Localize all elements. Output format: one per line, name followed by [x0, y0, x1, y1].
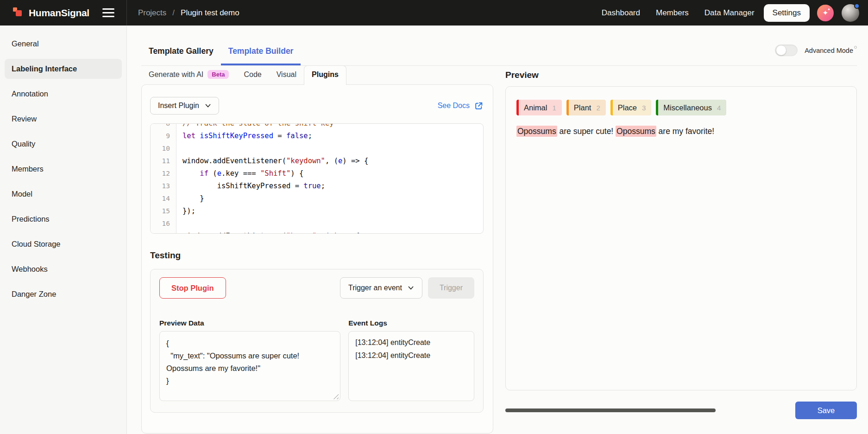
breadcrumb-current-page: Plugin test demo — [181, 8, 239, 18]
line-number: 13 — [151, 180, 176, 192]
chip-hotkey: 3 — [642, 104, 646, 112]
builder-subtabs: Generate with AIBetaCodeVisualPlugins — [141, 66, 493, 84]
subtab-code[interactable]: Code — [236, 66, 269, 84]
sparkle-small-icon: ✦ — [827, 7, 830, 12]
ai-assistant-button[interactable]: ✦✦ — [817, 5, 834, 21]
advanced-mode-wrap: Advanced Mode — [775, 45, 857, 56]
line-number: 11 — [151, 155, 176, 167]
see-docs-link[interactable]: See Docs — [438, 101, 484, 111]
sidebar-item-quality[interactable]: Quality — [5, 134, 122, 154]
toggle-knob — [776, 45, 786, 55]
line-number: 15 — [151, 205, 176, 217]
plugin-editor-card: Insert Plugin See Docs — [141, 84, 493, 434]
tab-template-builder[interactable]: Template Builder — [221, 40, 301, 65]
event-logs-section: Event Logs [13:12:04] entityCreate[13:12… — [348, 319, 474, 401]
preview-data-section: Preview Data { "my_text": "Opossums are … — [159, 319, 340, 401]
testing-heading: Testing — [150, 250, 484, 261]
code-line: 12 if (e.key === "Shift") { — [151, 167, 483, 180]
code-text: if (e.key === "Shift") { — [176, 167, 303, 180]
sidebar-item-labeling-interface[interactable]: Labeling Interface — [5, 59, 122, 79]
line-number: 14 — [151, 192, 176, 205]
user-avatar[interactable] — [842, 4, 859, 22]
sidebar-item-annotation[interactable]: Annotation — [5, 84, 122, 104]
testing-toolbar: Stop Plugin Trigger an event Trigger — [159, 277, 474, 299]
external-link-icon — [474, 101, 484, 111]
code-text: window.addEventListener("keydown", (e) =… — [176, 155, 368, 167]
sidebar-item-review[interactable]: Review — [5, 109, 122, 129]
menu-icon[interactable] — [102, 8, 114, 17]
label-chip-plant[interactable]: Plant2 — [566, 100, 606, 115]
stop-plugin-button[interactable]: Stop Plugin — [159, 277, 226, 299]
chip-label: Place — [618, 103, 637, 112]
sidebar-item-model[interactable]: Model — [5, 184, 122, 204]
brand-name: HumanSignal — [29, 7, 89, 19]
advanced-mode-toggle[interactable] — [775, 45, 798, 56]
testing-panel: Stop Plugin Trigger an event Trigger Pre… — [150, 269, 484, 413]
plain-text: are my favorite! — [656, 127, 714, 136]
sidebar-item-general[interactable]: General — [5, 34, 122, 54]
sidebar-item-predictions[interactable]: Predictions — [5, 209, 122, 229]
line-number: 12 — [151, 167, 176, 180]
code-text: let isShiftKeyPressed = false; — [176, 130, 312, 142]
code-line: 9let isShiftKeyPressed = false; — [151, 130, 483, 142]
topbar-nav-members[interactable]: Members — [649, 4, 695, 22]
subtab-generate-with-ai[interactable]: Generate with AIBeta — [141, 65, 236, 84]
trigger-button[interactable]: Trigger — [428, 277, 474, 299]
code-text: } — [176, 192, 204, 205]
event-logs-box: [13:12:04] entityCreate[13:12:04] entity… — [348, 331, 474, 401]
line-number: 8 — [151, 123, 176, 130]
breadcrumb-projects[interactable]: Projects — [138, 8, 166, 18]
subtab-plugins[interactable]: Plugins — [304, 65, 346, 85]
sidebar-item-webhooks[interactable]: Webhooks — [5, 259, 122, 279]
tab-template-gallery[interactable]: Template Gallery — [141, 40, 221, 65]
label-chip-animal[interactable]: Animal1 — [516, 100, 562, 115]
log-line: [13:12:04] entityCreate — [355, 349, 467, 362]
save-button[interactable]: Save — [795, 402, 857, 419]
horizontal-scrollbar[interactable] — [505, 408, 716, 412]
label-chip-place[interactable]: Place3 — [610, 100, 652, 115]
code-line: 15}); — [151, 205, 483, 217]
advanced-mode-info-dot — [854, 46, 857, 49]
topbar-nav: DashboardMembersData ManagerSettings — [595, 4, 810, 22]
advanced-mode-label: Advanced Mode — [805, 47, 857, 54]
plain-text: are super cute! — [557, 127, 616, 136]
topbar-nav-settings[interactable]: Settings — [764, 4, 810, 22]
topbar-divider — [126, 0, 127, 26]
sidebar-item-members[interactable]: Members — [5, 159, 122, 179]
code-text: }); — [176, 205, 195, 217]
label-chips-row: Animal1Plant2Place3Miscellaneous4 — [516, 100, 846, 115]
line-number: 10 — [151, 142, 176, 155]
sidebar-item-cloud-storage[interactable]: Cloud Storage — [5, 234, 122, 254]
chip-label: Animal — [524, 103, 547, 112]
template-tabs: Template GalleryTemplate Builder — [141, 40, 301, 65]
topbar: HumanSignal Projects / Plugin test demo … — [0, 0, 868, 26]
labeled-text: Opossums are super cute! Opossums are my… — [516, 125, 846, 137]
topbar-nav-data-manager[interactable]: Data Manager — [698, 4, 761, 22]
chip-color-bar — [610, 100, 613, 115]
highlighted-region[interactable]: Opossums — [616, 126, 656, 137]
label-chip-miscellaneous[interactable]: Miscellaneous4 — [656, 100, 726, 115]
insert-plugin-button[interactable]: Insert Plugin — [150, 97, 219, 115]
code-text: isShiftKeyPressed = true; — [176, 180, 325, 192]
chip-label: Miscellaneous — [663, 103, 712, 112]
subtab-label: Visual — [277, 70, 296, 79]
sidebar-item-danger-zone[interactable]: Danger Zone — [5, 284, 122, 304]
subtab-visual[interactable]: Visual — [269, 66, 304, 84]
chip-color-bar — [656, 100, 658, 115]
chip-hotkey: 2 — [596, 104, 600, 112]
code-line: 8// Track the state of the shift key — [151, 123, 483, 130]
topbar-nav-dashboard[interactable]: Dashboard — [595, 4, 647, 22]
trigger-event-select[interactable]: Trigger an event — [340, 277, 422, 299]
brand-logo[interactable]: HumanSignal — [12, 6, 89, 20]
chip-color-bar — [516, 100, 519, 115]
plugin-code-editor[interactable]: 8// Track the state of the shift key9let… — [150, 123, 484, 234]
highlighted-region[interactable]: Opossums — [516, 126, 557, 137]
preview-card: Animal1Plant2Place3Miscellaneous4 Opossu… — [505, 86, 857, 390]
preview-footer: Save — [505, 402, 857, 419]
beta-badge: Beta — [208, 70, 229, 79]
code-line: 11window.addEventListener("keydown", (e)… — [151, 155, 483, 167]
preview-data-input[interactable]: { "my_text": "Opossums are super cute! O… — [160, 332, 340, 401]
chevron-down-icon — [205, 102, 211, 109]
event-logs-label: Event Logs — [348, 319, 474, 327]
chip-hotkey: 4 — [717, 104, 721, 112]
